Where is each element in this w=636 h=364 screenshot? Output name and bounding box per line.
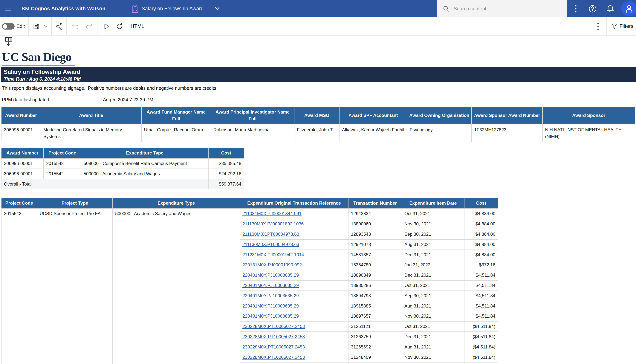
refresh-button[interactable] bbox=[116, 18, 123, 35]
expenditure-type-cell: 500000 - Academic Salary and Wages bbox=[112, 208, 240, 364]
chevron-down-icon[interactable] bbox=[214, 6, 220, 12]
overall-total-label: Overall - Total bbox=[1, 179, 208, 189]
expenditure-item-date-cell: Nov 30, 2021 bbox=[402, 352, 464, 362]
column-header: Award Number bbox=[1, 148, 44, 158]
table-cell: 211130M0X.PT00004978.63 bbox=[240, 240, 348, 250]
filters-button[interactable]: Filters bbox=[611, 18, 634, 35]
undo-button[interactable] bbox=[72, 18, 79, 35]
undo-icon bbox=[72, 23, 79, 30]
overall-total-row: Overall - Total$59,877.64 bbox=[1, 179, 244, 189]
transaction-detail-table: Project CodeProject TypeExpenditure Type… bbox=[1, 198, 498, 364]
run-button[interactable] bbox=[103, 18, 110, 35]
share-button[interactable] bbox=[56, 18, 63, 35]
uc-san-diego-logo: UC San Diego bbox=[2, 50, 636, 64]
cost-cell: ($4,511.84) bbox=[464, 332, 498, 342]
transaction-number-cell: 31263759 bbox=[348, 332, 402, 342]
product-title: IBM Cognos Analytics with Watson bbox=[20, 0, 106, 18]
header-row: Award NumberProject CodeExpenditure Type… bbox=[1, 148, 244, 158]
play-icon bbox=[103, 23, 110, 30]
edit-toggle-label: Edit bbox=[16, 18, 25, 35]
column-header: Expenditure Type bbox=[112, 198, 240, 208]
column-header: Expenditure Original Transaction Referen… bbox=[240, 198, 348, 208]
transaction-number-cell: 31248409 bbox=[348, 352, 402, 362]
table-cell: 220401M0Y.PJ10003635.29 bbox=[240, 301, 348, 311]
filter-icon bbox=[611, 23, 617, 30]
kebab-icon bbox=[575, 5, 577, 13]
column-header: Award Owning Organization bbox=[407, 107, 472, 124]
table-cell: Modeling Correlated Signals in Memory Sy… bbox=[41, 124, 142, 142]
transaction-reference-link[interactable]: 211031M0X.PJ00001844.991 bbox=[242, 211, 302, 216]
help-icon bbox=[588, 5, 597, 13]
table-cell: 211031M0X.PJ00001844.991 bbox=[240, 208, 348, 219]
expenditure-item-date-cell: Aug 31, 2021 bbox=[402, 240, 464, 250]
redo-button[interactable] bbox=[86, 18, 93, 35]
transaction-reference-link[interactable]: 230228M0X.PT10005027.2453 bbox=[242, 334, 305, 339]
expenditure-item-date-cell: Sep 30, 2021 bbox=[402, 229, 464, 240]
transaction-reference-link[interactable]: 220401M0Y.PJ10003635.29 bbox=[242, 314, 299, 318]
overflow-menu-button[interactable] bbox=[569, 0, 583, 18]
table-cell: 2015542 bbox=[44, 158, 81, 169]
transaction-reference-link[interactable]: 220401M0Y.PJ10003635.29 bbox=[242, 293, 299, 298]
transaction-reference-link[interactable]: 220131M0X.PJ00001990.992 bbox=[242, 262, 302, 267]
transaction-reference-link[interactable]: 220401M0Y.PJ10003635.29 bbox=[242, 304, 299, 308]
expenditure-item-date-cell: Sep 30, 2021 bbox=[402, 362, 464, 364]
refresh-icon bbox=[116, 23, 123, 30]
column-header: Award Title bbox=[41, 107, 142, 124]
transaction-reference-link[interactable]: 230228M0X.PT10005027.2453 bbox=[242, 324, 305, 329]
search-bar[interactable]: Search content bbox=[437, 0, 567, 18]
ppm-updated-row: PPM data last updated: Aug 5, 2024 7:23:… bbox=[2, 97, 636, 102]
report-clipboard-icon bbox=[131, 5, 139, 14]
save-button[interactable] bbox=[33, 18, 40, 35]
avatar[interactable] bbox=[621, 1, 636, 16]
transaction-reference-link[interactable]: 230228M0X.PT10005027.2453 bbox=[242, 355, 305, 360]
table-cell: 230228M0X.PT10005027.2453 bbox=[240, 352, 348, 362]
toolbar-overflow-button[interactable] bbox=[597, 18, 599, 35]
signage-note: This report displays accounting signage.… bbox=[2, 86, 636, 91]
notifications-button[interactable] bbox=[604, 0, 617, 18]
redo-icon bbox=[86, 23, 93, 30]
transaction-reference-link[interactable]: 220401M0Y.PJ10003635.29 bbox=[242, 283, 299, 288]
transaction-number-cell: 18894798 bbox=[348, 291, 402, 301]
transaction-number-cell: 18897657 bbox=[348, 311, 402, 321]
cost-cell: $4,511.84 bbox=[464, 291, 498, 301]
expenditure-item-date-cell: Dec 31, 2021 bbox=[402, 250, 464, 260]
column-header: Project Code bbox=[44, 148, 81, 158]
transaction-reference-link[interactable]: 211130M0X.PJ00001892.1036 bbox=[242, 221, 304, 226]
transaction-reference-link[interactable]: 211130M0X.PT00004978.63 bbox=[242, 242, 299, 247]
edit-toggle[interactable] bbox=[2, 23, 14, 30]
table-cell: Fitzgerald, John T bbox=[294, 124, 339, 142]
table-row: 2015542UCSD Sponsor Project Pre FA500000… bbox=[1, 208, 498, 219]
menu-icon[interactable] bbox=[5, 6, 12, 12]
cost-cell: $372.16 bbox=[464, 260, 498, 270]
report-title: Salary on Fellowship Award bbox=[4, 69, 636, 76]
column-header: Award Fund Manager Name Full bbox=[142, 107, 211, 124]
cost-cell: $4,511.84 bbox=[464, 301, 498, 311]
table-cell: 230228M0X.PT10005027.2453 bbox=[240, 342, 348, 352]
table-cell: Alkawaz, Kamar Wajeeh Fadhil bbox=[339, 124, 407, 142]
transaction-reference-link[interactable]: 220401M0Y.PJ10003635.29 bbox=[242, 272, 299, 278]
overall-total-value: $59,877.64 bbox=[208, 179, 244, 189]
table-cell: 500000 - Academic Salary and Wages bbox=[81, 169, 208, 179]
table-cell: 220401M0Y.PJ10003635.29 bbox=[240, 311, 348, 321]
column-header: Award SPF Accountant bbox=[339, 107, 407, 124]
table-cell: 211231M0X.PJ00001942.1014 bbox=[240, 250, 348, 260]
bell-icon bbox=[606, 4, 614, 13]
transaction-reference-link[interactable]: 211231M0X.PJ00001942.1014 bbox=[242, 252, 304, 257]
report-switcher[interactable]: Salary on Fellowship Award bbox=[142, 0, 204, 18]
column-header: Expenditure Type bbox=[81, 148, 208, 158]
cost-cell: $4,884.00 bbox=[464, 208, 498, 219]
save-menu-chevron[interactable] bbox=[44, 18, 48, 35]
column-header: Award Principal Investigator Name Full bbox=[211, 107, 294, 124]
transaction-number-cell: 13890060 bbox=[348, 219, 402, 229]
table-cell: 211130M0X.PT00004978.63 bbox=[240, 229, 348, 240]
ppm-value: Aug 5, 2024 7:23:39 PM bbox=[103, 97, 154, 102]
output-format-button[interactable]: HTML bbox=[130, 18, 144, 35]
column-header: Cost bbox=[208, 148, 244, 158]
help-button[interactable] bbox=[586, 0, 600, 18]
column-header: Project Type bbox=[37, 198, 112, 208]
transaction-number-cell: 18890349 bbox=[348, 270, 402, 280]
topbar-divider bbox=[120, 4, 120, 14]
transaction-reference-link[interactable]: 211130M0X.PT00004978.63 bbox=[242, 232, 299, 236]
transaction-reference-link[interactable]: 230228M0X.PT10005027.2453 bbox=[242, 344, 305, 350]
page-navigation-button[interactable] bbox=[4, 37, 14, 48]
